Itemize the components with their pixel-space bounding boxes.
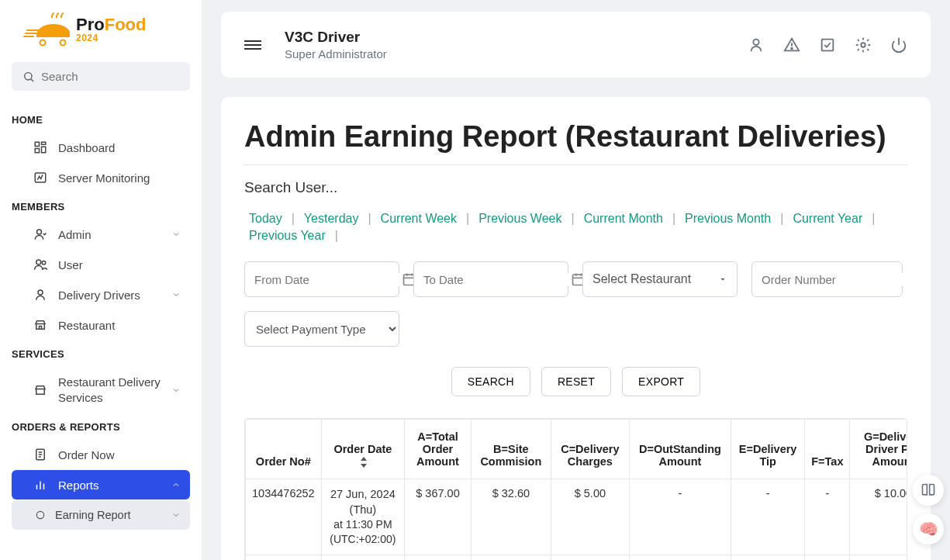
range-current-week[interactable]: Current Week bbox=[376, 210, 461, 227]
to-date-input[interactable] bbox=[423, 273, 571, 286]
nav-restaurant[interactable]: Restaurant bbox=[12, 310, 190, 340]
user-info: V3C Driver Super Administrator bbox=[285, 29, 387, 60]
dropdown-icon bbox=[718, 275, 727, 284]
section-members: MEMBERS bbox=[0, 193, 202, 219]
cell-e: - bbox=[731, 555, 805, 560]
nav-user[interactable]: User bbox=[12, 250, 190, 279]
nav-order-now[interactable]: Order Now bbox=[12, 440, 190, 469]
col-a[interactable]: A=Total Order Amount bbox=[405, 420, 472, 479]
cell-e: - bbox=[731, 479, 805, 555]
col-d[interactable]: D=OutStanding Amount bbox=[629, 420, 731, 479]
user-role: Super Administrator bbox=[285, 47, 387, 60]
cell-b: $ 23.15 bbox=[471, 555, 551, 560]
menu-toggle[interactable] bbox=[244, 40, 261, 50]
monitoring-icon bbox=[33, 171, 47, 185]
profile-icon[interactable] bbox=[748, 36, 765, 54]
col-c[interactable]: C=Delivery Charges bbox=[551, 420, 629, 479]
search-user-label[interactable]: Search User... bbox=[244, 179, 907, 196]
to-date-field[interactable] bbox=[413, 261, 568, 297]
export-button[interactable]: EXPORT bbox=[622, 367, 700, 396]
chevron-down-icon bbox=[171, 230, 181, 239]
nav-label: Delivery Drivers bbox=[58, 289, 140, 302]
cell-g: $ 10.00 bbox=[850, 555, 907, 560]
svg-rect-0 bbox=[36, 35, 70, 37]
range-yesterday[interactable]: Yesterday bbox=[299, 210, 364, 227]
order-number-field[interactable] bbox=[751, 261, 903, 297]
sidebar-search-input[interactable] bbox=[41, 70, 188, 83]
col-order-date[interactable]: Order Date bbox=[321, 420, 404, 479]
section-orders: ORDERS & REPORTS bbox=[0, 413, 202, 439]
top-icons bbox=[748, 36, 907, 54]
nav-label: Admin bbox=[58, 228, 92, 241]
content-card: Admin Earning Report (Restaurant Deliver… bbox=[221, 97, 931, 560]
brain-button[interactable]: 🧠 bbox=[913, 513, 944, 544]
range-current-year[interactable]: Current Year bbox=[788, 210, 867, 227]
nav-reports[interactable]: Reports bbox=[12, 470, 190, 500]
nav-dashboard[interactable]: Dashboard bbox=[12, 133, 190, 162]
order-icon bbox=[33, 448, 47, 461]
logo-mark bbox=[19, 12, 70, 47]
sidebar-search[interactable] bbox=[12, 62, 190, 91]
warning-icon[interactable] bbox=[783, 36, 800, 54]
col-g[interactable]: G=Delivery Driver Pay Amount bbox=[850, 420, 907, 479]
nav-server-monitoring[interactable]: Server Monitoring bbox=[12, 163, 190, 192]
range-current-month[interactable]: Current Month bbox=[579, 210, 668, 227]
restaurant-select[interactable]: Select Restaurant bbox=[582, 261, 738, 297]
svg-point-1 bbox=[40, 40, 46, 46]
circle-icon bbox=[33, 508, 47, 522]
nav-delivery-drivers[interactable]: Delivery Drivers bbox=[12, 280, 190, 309]
nav-admin[interactable]: Admin bbox=[12, 220, 190, 249]
from-date-input[interactable] bbox=[254, 273, 402, 286]
cell-c: $ 5.00 bbox=[551, 555, 629, 560]
logo-text: ProFood 2024 bbox=[76, 16, 146, 43]
order-number-input[interactable] bbox=[762, 273, 909, 286]
note-icon[interactable] bbox=[819, 36, 836, 54]
svg-point-10 bbox=[37, 230, 42, 234]
restaurant-select-label: Select Restaurant bbox=[592, 272, 691, 286]
power-icon[interactable] bbox=[890, 36, 907, 54]
payment-type-select[interactable]: Select Payment Type bbox=[244, 311, 399, 347]
date-range-links: Today| Yesterday| Current Week| Previous… bbox=[244, 210, 907, 244]
col-order-no[interactable]: Order No# bbox=[246, 420, 322, 479]
cell-d: - bbox=[629, 555, 731, 560]
svg-rect-8 bbox=[35, 149, 39, 153]
cell-d: - bbox=[629, 479, 731, 555]
section-services: SERVICES bbox=[0, 340, 202, 366]
cell-order-date: 27 Jun, 2024 (Thu) at 11:30 PM (UTC:+02:… bbox=[321, 479, 404, 555]
main: V3C Driver Super Administrator Admin Ear… bbox=[202, 0, 950, 560]
range-previous-month[interactable]: Previous Month bbox=[680, 210, 776, 227]
svg-point-22 bbox=[753, 39, 758, 44]
docs-button[interactable] bbox=[913, 475, 944, 506]
search-button[interactable]: SEARCH bbox=[451, 367, 530, 396]
action-buttons: SEARCH RESET EXPORT bbox=[244, 367, 907, 396]
user-name: V3C Driver bbox=[285, 29, 387, 46]
svg-line-4 bbox=[31, 79, 33, 81]
table-row: 1034476252 27 Jun, 2024 (Thu) at 11:30 P… bbox=[246, 479, 908, 555]
top-bar: V3C Driver Super Administrator bbox=[221, 12, 931, 78]
range-today[interactable]: Today bbox=[244, 210, 287, 227]
nav-earning-report[interactable]: Earning Report bbox=[12, 500, 190, 530]
svg-point-24 bbox=[791, 47, 793, 49]
reports-icon bbox=[33, 478, 47, 492]
range-previous-year[interactable]: Previous Year bbox=[244, 227, 330, 244]
report-table-wrap[interactable]: Order No# Order Date A=Total Order Amoun… bbox=[244, 418, 907, 560]
floating-buttons: 🧠 bbox=[913, 475, 944, 544]
nav-label: Restaurant Delivery Services bbox=[58, 375, 176, 405]
filter-row: Select Restaurant bbox=[244, 261, 907, 297]
chevron-down-icon bbox=[171, 290, 181, 299]
cell-a: $ 262.00 bbox=[405, 555, 472, 560]
cell-f: - bbox=[805, 555, 850, 560]
dashboard-icon bbox=[33, 140, 47, 154]
col-f[interactable]: F=Tax bbox=[805, 420, 850, 479]
col-b[interactable]: B=Site Commision bbox=[471, 420, 551, 479]
from-date-field[interactable] bbox=[244, 261, 399, 297]
reset-button[interactable]: RESET bbox=[541, 367, 611, 396]
store-icon bbox=[33, 383, 47, 397]
page-title: Admin Earning Report (Restaurant Deliver… bbox=[244, 120, 907, 165]
settings-icon[interactable] bbox=[855, 36, 872, 54]
report-table: Order No# Order Date A=Total Order Amoun… bbox=[245, 419, 907, 560]
nav-restaurant-delivery[interactable]: Restaurant Delivery Services bbox=[12, 367, 190, 413]
col-e[interactable]: E=Delivery Tip bbox=[731, 420, 805, 479]
svg-point-21 bbox=[36, 511, 43, 518]
range-previous-week[interactable]: Previous Week bbox=[474, 210, 566, 227]
